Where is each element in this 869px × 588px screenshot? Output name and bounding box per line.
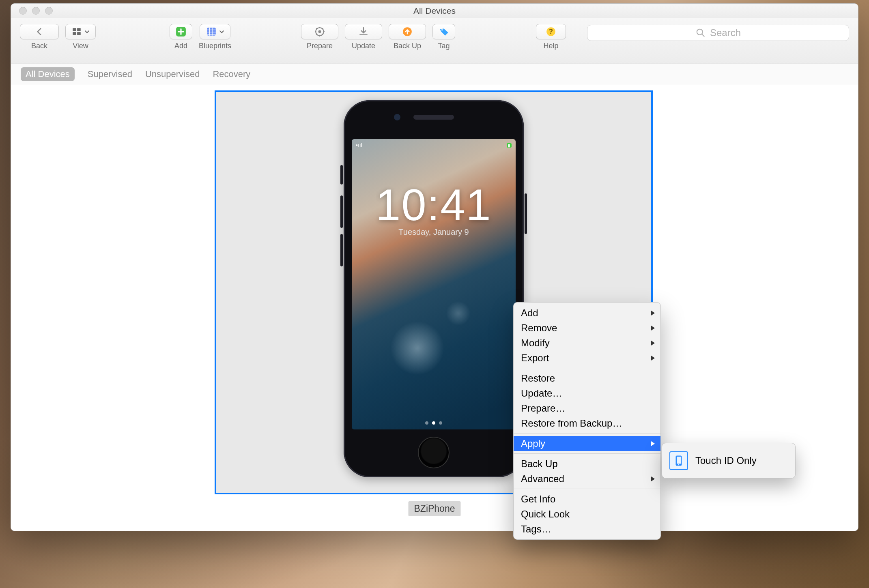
filter-supervised[interactable]: Supervised (88, 69, 132, 79)
back-button[interactable] (20, 24, 59, 39)
menu-apply[interactable]: Apply (514, 436, 660, 451)
plus-icon (176, 26, 186, 37)
add-button[interactable] (170, 24, 192, 39)
device-status-bar: •ııl▮ (352, 139, 516, 151)
svg-point-9 (441, 29, 443, 30)
menu-prepare[interactable]: Prepare… (514, 401, 660, 416)
window-controls (11, 7, 53, 15)
menu-advanced[interactable]: Advanced (514, 471, 660, 486)
device-icon (673, 455, 685, 467)
zoom-icon[interactable] (45, 7, 53, 15)
device-name-label[interactable]: BZiPhone (408, 501, 460, 516)
minimize-icon[interactable] (32, 7, 40, 15)
titlebar: All Devices (11, 4, 858, 18)
blueprints-button[interactable] (200, 24, 230, 39)
update-button[interactable] (345, 24, 382, 39)
prepare-label: Prepare (307, 42, 333, 50)
blueprint-icon (206, 26, 217, 37)
menu-tags[interactable]: Tags… (514, 521, 660, 536)
menu-quick-look[interactable]: Quick Look (514, 506, 660, 521)
menu-backup[interactable]: Back Up (514, 456, 660, 471)
svg-rect-1 (77, 28, 81, 31)
menu-update[interactable]: Update… (514, 386, 660, 401)
svg-rect-0 (73, 28, 76, 31)
search-placeholder: Search (710, 27, 741, 39)
update-label: Update (352, 42, 375, 50)
tag-label: Tag (438, 42, 450, 50)
menu-restore[interactable]: Restore (514, 371, 660, 386)
submenu-touch-id-only[interactable]: Touch ID Only (695, 455, 757, 466)
upload-icon (402, 26, 413, 37)
close-icon[interactable] (19, 7, 27, 15)
search-icon (695, 28, 706, 38)
home-button-icon (418, 437, 450, 468)
toolbar-group-view: View (65, 24, 96, 50)
filter-all-devices[interactable]: All Devices (21, 67, 75, 81)
svg-rect-3 (77, 32, 81, 35)
toolbar-group-backup: Back Up (389, 24, 426, 50)
chevron-left-icon (34, 26, 45, 37)
menu-get-info[interactable]: Get Info (514, 491, 660, 506)
toolbar: Back View Add (11, 18, 858, 64)
device-thumbnail: •ııl▮ 10:41 Tuesday, January 9 (344, 100, 524, 477)
search-input[interactable]: Search (587, 25, 849, 41)
svg-rect-14 (677, 457, 681, 464)
view-button[interactable] (65, 24, 96, 39)
menu-remove[interactable]: Remove (514, 320, 660, 335)
toolbar-group-help: ? Help (536, 24, 566, 50)
gear-icon (314, 26, 325, 37)
menu-export[interactable]: Export (514, 350, 660, 365)
menu-add[interactable]: Add (514, 305, 660, 320)
svg-point-15 (678, 464, 680, 466)
back-label: Back (31, 42, 47, 50)
submenu-apply: Touch ID Only (662, 443, 796, 479)
filter-bar: All Devices Supervised Unsupervised Reco… (11, 64, 858, 84)
toolbar-group-add: Add (170, 24, 192, 50)
content-area: •ııl▮ 10:41 Tuesday, January 9 BZiPhone … (11, 84, 858, 531)
lock-date: Tuesday, January 9 (352, 227, 516, 237)
help-icon: ? (546, 26, 556, 37)
backup-label: Back Up (394, 42, 421, 50)
tag-button[interactable] (432, 24, 455, 39)
device-screen: •ııl▮ 10:41 Tuesday, January 9 (352, 139, 516, 429)
help-label: Help (543, 42, 558, 50)
svg-rect-2 (73, 32, 76, 35)
chevron-down-icon (219, 29, 224, 34)
menu-restore-backup[interactable]: Restore from Backup… (514, 416, 660, 431)
toolbar-group-update: Update (345, 24, 382, 50)
tag-icon (439, 26, 449, 37)
toolbar-group-tag: Tag (432, 24, 455, 50)
blueprints-label: Blueprints (199, 42, 231, 50)
window-title: All Devices (11, 6, 858, 16)
filter-unsupervised[interactable]: Unsupervised (145, 69, 200, 79)
lock-time: 10:41 (352, 179, 516, 230)
context-menu: Add Remove Modify Export Restore Update…… (513, 302, 661, 540)
svg-text:?: ? (549, 28, 553, 35)
blueprint-item-icon (669, 451, 688, 470)
menu-modify[interactable]: Modify (514, 335, 660, 350)
toolbar-group-blueprints: Blueprints (199, 24, 231, 50)
download-icon (358, 26, 369, 37)
filter-recovery[interactable]: Recovery (213, 69, 250, 79)
view-label: View (73, 42, 88, 50)
help-button[interactable]: ? (536, 24, 566, 39)
toolbar-group-prepare: Prepare (301, 24, 338, 50)
app-window: All Devices Back View (11, 3, 858, 531)
toolbar-group-back: Back (20, 24, 59, 50)
svg-point-7 (318, 30, 321, 33)
prepare-button[interactable] (301, 24, 338, 39)
backup-button[interactable] (389, 24, 426, 39)
grid-icon (71, 26, 82, 37)
add-label: Add (174, 42, 187, 50)
chevron-down-icon (84, 29, 90, 34)
